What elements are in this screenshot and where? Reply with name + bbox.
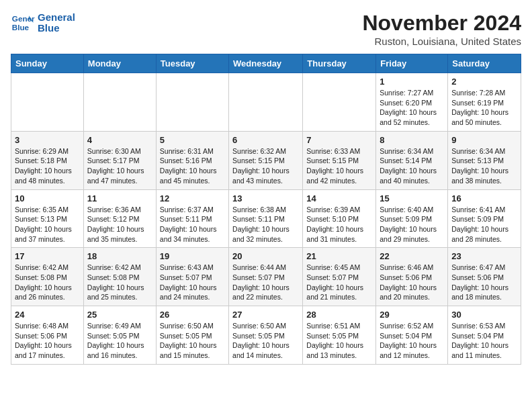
day-number: 29 [380, 310, 444, 320]
day-info: Sunrise: 6:51 AM [306, 321, 372, 331]
weekday-header-friday: Friday [376, 54, 448, 73]
day-info: Sunrise: 6:46 AM [380, 263, 444, 273]
day-number: 30 [451, 310, 517, 320]
day-info: Daylight: 10 hours and 14 minutes. [232, 340, 299, 360]
day-info: Sunrise: 6:30 AM [87, 146, 152, 156]
day-info: Daylight: 10 hours and 16 minutes. [87, 340, 152, 360]
day-number: 11 [87, 193, 152, 203]
week-row-1: 1Sunrise: 7:27 AMSunset: 6:20 PMDaylight… [11, 73, 521, 132]
day-cell: 26Sunrise: 6:50 AMSunset: 5:05 PMDayligh… [156, 306, 228, 365]
day-info: Sunrise: 6:35 AM [15, 205, 80, 215]
day-info: Daylight: 10 hours and 26 minutes. [15, 283, 80, 302]
day-cell: 11Sunrise: 6:36 AMSunset: 5:12 PMDayligh… [83, 189, 156, 248]
day-info: Sunset: 5:12 PM [87, 214, 152, 224]
day-info: Sunset: 5:11 PM [232, 214, 299, 224]
day-number: 21 [306, 251, 372, 261]
day-info: Daylight: 10 hours and 34 minutes. [160, 224, 225, 244]
weekday-header-wednesday: Wednesday [229, 54, 303, 73]
location-title: Ruston, Louisiana, United States [362, 36, 521, 47]
weekday-header-monday: Monday [83, 54, 156, 73]
calendar: SundayMondayTuesdayWednesdayThursdayFrid… [11, 54, 521, 365]
day-info: Sunrise: 6:44 AM [232, 263, 299, 273]
day-info: Daylight: 10 hours and 21 minutes. [306, 283, 372, 302]
day-cell: 27Sunrise: 6:50 AMSunset: 5:05 PMDayligh… [229, 306, 303, 365]
day-cell [11, 73, 84, 132]
week-row-4: 17Sunrise: 6:42 AMSunset: 5:08 PMDayligh… [11, 248, 521, 306]
day-info: Sunset: 5:15 PM [232, 156, 299, 166]
day-info: Sunset: 5:09 PM [451, 214, 517, 224]
day-cell [83, 73, 156, 132]
day-cell: 29Sunrise: 6:52 AMSunset: 5:04 PMDayligh… [376, 306, 448, 365]
day-cell: 5Sunrise: 6:31 AMSunset: 5:16 PMDaylight… [156, 131, 228, 189]
day-cell: 21Sunrise: 6:45 AMSunset: 5:07 PMDayligh… [303, 248, 376, 306]
day-info: Daylight: 10 hours and 13 minutes. [306, 340, 372, 360]
day-cell: 20Sunrise: 6:44 AMSunset: 5:07 PMDayligh… [229, 248, 303, 306]
day-number: 16 [451, 193, 517, 203]
header: General Blue General Blue November 2024 … [11, 11, 521, 47]
logo-line1: General [38, 12, 75, 24]
day-info: Sunrise: 6:29 AM [15, 146, 80, 156]
logo: General Blue General Blue [11, 11, 75, 35]
day-info: Sunrise: 6:48 AM [15, 321, 80, 331]
day-info: Sunrise: 7:28 AM [451, 88, 517, 98]
day-info: Sunrise: 6:43 AM [160, 263, 225, 273]
day-cell: 7Sunrise: 6:33 AMSunset: 5:15 PMDaylight… [303, 131, 376, 189]
week-row-3: 10Sunrise: 6:35 AMSunset: 5:13 PMDayligh… [11, 189, 521, 248]
weekday-header-saturday: Saturday [448, 54, 521, 73]
day-info: Sunset: 5:13 PM [15, 214, 80, 224]
day-info: Daylight: 10 hours and 20 minutes. [380, 283, 444, 302]
day-info: Sunset: 5:07 PM [160, 273, 225, 283]
day-info: Daylight: 10 hours and 24 minutes. [160, 283, 225, 302]
day-info: Daylight: 10 hours and 11 minutes. [451, 340, 517, 360]
day-info: Daylight: 10 hours and 37 minutes. [15, 224, 80, 244]
weekday-header-tuesday: Tuesday [156, 54, 228, 73]
day-info: Sunrise: 6:50 AM [232, 321, 299, 331]
svg-text:Blue: Blue [12, 23, 30, 32]
day-info: Sunrise: 7:27 AM [380, 88, 444, 98]
day-number: 10 [15, 193, 80, 203]
day-info: Sunset: 5:17 PM [87, 156, 152, 166]
day-info: Daylight: 10 hours and 42 minutes. [306, 166, 372, 185]
day-info: Sunrise: 6:33 AM [306, 146, 372, 156]
day-info: Sunset: 5:06 PM [451, 273, 517, 283]
day-cell [303, 73, 376, 132]
day-info: Sunset: 5:04 PM [380, 331, 444, 341]
day-info: Sunrise: 6:36 AM [87, 205, 152, 215]
day-info: Sunrise: 6:31 AM [160, 146, 225, 156]
day-number: 9 [451, 135, 517, 145]
day-number: 4 [87, 135, 152, 145]
weekday-header-thursday: Thursday [303, 54, 376, 73]
day-info: Sunset: 5:06 PM [15, 331, 80, 341]
day-info: Daylight: 10 hours and 48 minutes. [15, 166, 80, 185]
day-info: Sunrise: 6:53 AM [451, 321, 517, 331]
day-number: 15 [380, 193, 444, 203]
day-number: 12 [160, 193, 225, 203]
day-cell [156, 73, 228, 132]
day-number: 25 [87, 310, 152, 320]
day-info: Sunrise: 6:42 AM [87, 263, 152, 273]
day-cell: 25Sunrise: 6:49 AMSunset: 5:05 PMDayligh… [83, 306, 156, 365]
day-info: Daylight: 10 hours and 47 minutes. [87, 166, 152, 185]
day-number: 3 [15, 135, 80, 145]
day-cell [229, 73, 303, 132]
day-cell: 16Sunrise: 6:41 AMSunset: 5:09 PMDayligh… [448, 189, 521, 248]
day-info: Sunset: 5:06 PM [380, 273, 444, 283]
day-info: Sunset: 5:13 PM [451, 156, 517, 166]
day-info: Daylight: 10 hours and 17 minutes. [15, 340, 80, 360]
day-info: Daylight: 10 hours and 38 minutes. [451, 166, 517, 185]
day-cell: 14Sunrise: 6:39 AMSunset: 5:10 PMDayligh… [303, 189, 376, 248]
day-info: Sunset: 6:19 PM [451, 98, 517, 108]
day-cell: 1Sunrise: 7:27 AMSunset: 6:20 PMDaylight… [376, 73, 448, 132]
day-info: Daylight: 10 hours and 35 minutes. [87, 224, 152, 244]
day-info: Sunset: 5:05 PM [160, 331, 225, 341]
day-info: Daylight: 10 hours and 25 minutes. [87, 283, 152, 302]
day-cell: 23Sunrise: 6:47 AMSunset: 5:06 PMDayligh… [448, 248, 521, 306]
day-info: Daylight: 10 hours and 50 minutes. [451, 107, 517, 127]
day-info: Sunset: 5:07 PM [306, 273, 372, 283]
day-info: Sunrise: 6:38 AM [232, 205, 299, 215]
month-title: November 2024 [362, 11, 521, 36]
day-number: 6 [232, 135, 299, 145]
day-info: Daylight: 10 hours and 32 minutes. [232, 224, 299, 244]
week-row-2: 3Sunrise: 6:29 AMSunset: 5:18 PMDaylight… [11, 131, 521, 189]
day-cell: 19Sunrise: 6:43 AMSunset: 5:07 PMDayligh… [156, 248, 228, 306]
